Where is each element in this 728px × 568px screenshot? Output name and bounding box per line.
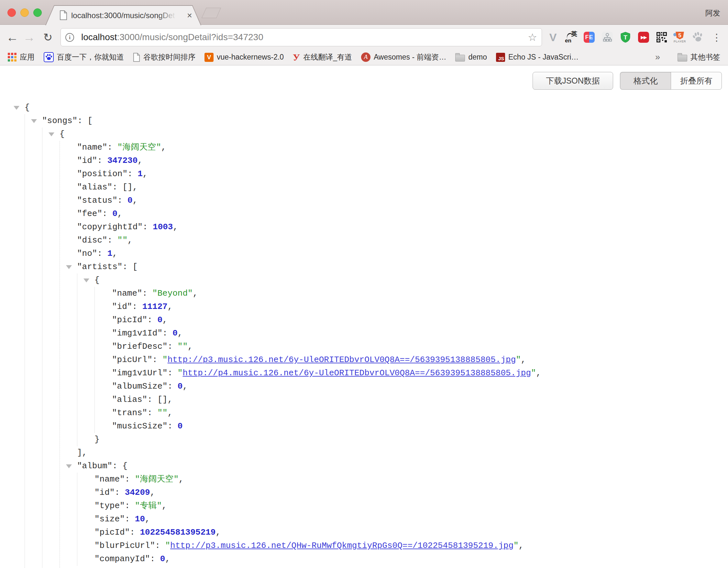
json-line: "alias": [], [112, 393, 728, 407]
site-info-icon[interactable]: i [65, 33, 74, 42]
json-number: 1 [107, 249, 113, 258]
json-punctuation: , [168, 395, 173, 405]
json-punctuation: [] [157, 395, 167, 405]
json-punctuation: , [173, 222, 178, 232]
collapse-arrow-icon[interactable] [31, 119, 37, 123]
json-punctuation: : [115, 488, 125, 497]
bookmark-demo-folder[interactable]: demo [455, 53, 487, 61]
json-punctuation: : [112, 182, 122, 192]
json-punctuation: : [127, 169, 138, 179]
json-line: } [77, 566, 728, 568]
url-bar[interactable]: i localhost:3000/music/songDetail?ids=34… [61, 28, 542, 46]
paw-extension-icon[interactable] [691, 31, 704, 44]
bookmark-vue-hackernews[interactable]: V vue-hackernews-2.0 [204, 53, 284, 62]
json-punctuation: { [60, 129, 65, 139]
bookmark-star-icon[interactable]: ☆ [528, 31, 537, 43]
new-tab-button[interactable] [202, 8, 221, 18]
bookmark-google-sort[interactable]: 谷歌按时间排序 [133, 52, 195, 62]
browser-window: localhost:3000/music/songDet × 阿发 ← → ↻ … [0, 0, 728, 568]
json-line: "album": { [77, 460, 728, 473]
minimize-window-button[interactable] [20, 8, 29, 17]
shield-T-extension-icon[interactable]: T [620, 32, 631, 43]
json-punctuation: : [102, 209, 112, 218]
json-punctuation: : [125, 501, 135, 511]
reload-button[interactable]: ↻ [39, 25, 56, 49]
close-window-button[interactable] [7, 8, 16, 17]
json-punctuation: : [168, 342, 178, 351]
json-punctuation: : [107, 235, 117, 245]
json-children: {"name": "Beyond","id": 11127,"picId": 0… [77, 273, 728, 446]
json-punctuation: : [122, 262, 132, 272]
bookmark-label: 其他书签 [690, 52, 720, 62]
translate-extension-icon[interactable]: 英 en [566, 32, 577, 43]
fe-helper-icon[interactable]: FE [584, 32, 595, 43]
collapse-arrow-icon[interactable] [49, 132, 54, 136]
collapse-arrow-icon[interactable] [83, 278, 89, 282]
json-number: 11127 [142, 302, 168, 312]
bookmark-awesomes[interactable]: A Awesomes - 前端资… [361, 52, 447, 62]
collapse-arrow-icon[interactable] [66, 265, 72, 269]
json-punctuation: { [25, 103, 30, 112]
profile-name[interactable]: 阿发 [705, 8, 720, 18]
json-key: "name" [112, 289, 142, 298]
bookmark-apps[interactable]: 应用 [8, 52, 35, 62]
json-punctuation: , [215, 528, 221, 537]
json-punctuation: , [162, 315, 168, 325]
json-punctuation: , [117, 209, 123, 218]
bookmark-echojs[interactable]: JS Echo JS - JavaScri… [496, 53, 579, 62]
json-punctuation: , [536, 368, 541, 378]
json-string: " [162, 355, 168, 365]
format-button[interactable]: 格式化 [620, 72, 671, 90]
json-number: 34209 [125, 488, 150, 497]
json-punctuation: : [147, 395, 157, 405]
forward-button: → [21, 25, 38, 49]
json-key: "alias" [112, 395, 147, 405]
download-json-button[interactable]: 下载JSON数据 [533, 72, 613, 90]
json-punctuation: ], [77, 448, 87, 458]
json-string: " [513, 541, 519, 551]
json-line: "size": 10, [94, 513, 728, 526]
json-key: "img1v1Id" [112, 329, 162, 338]
json-number: 1003 [153, 222, 173, 232]
other-bookmarks[interactable]: 其他书签 [678, 52, 720, 62]
json-string: " [531, 368, 536, 378]
json-line: "no": 1, [77, 247, 728, 260]
collapse-all-button[interactable]: 折叠所有 [671, 72, 722, 90]
json-punctuation: , [138, 156, 143, 165]
json-line: { [25, 101, 728, 114]
json-punctuation: , [519, 541, 524, 551]
html5-player-extension-icon[interactable]: 5 PLAYER [674, 32, 685, 43]
bookmark-label: Echo JS - JavaScri… [508, 53, 579, 61]
browser-menu-icon[interactable]: ⋮ [712, 25, 721, 49]
json-punctuation: , [150, 488, 155, 497]
zoom-window-button[interactable] [33, 8, 42, 17]
json-number: 10 [135, 514, 145, 524]
bookmark-baidu[interactable]: 百度一下，你就知道 [44, 52, 124, 62]
json-punctuation: , [162, 501, 167, 511]
active-tab[interactable]: localhost:3000/music/songDet × [46, 6, 201, 25]
json-string: "" [117, 235, 127, 245]
baidu-paw-icon [44, 52, 54, 62]
json-line: "disc": "", [77, 234, 728, 247]
qr-code-extension-icon[interactable] [656, 32, 667, 43]
org-chart-extension-icon[interactable] [602, 32, 613, 43]
json-link[interactable]: http://p4.music.126.net/6y-UleORITEDbvrO… [182, 368, 531, 378]
collapse-arrow-icon[interactable] [66, 464, 72, 468]
json-punctuation: : [147, 408, 157, 418]
youdao-icon: У [293, 53, 300, 61]
tab-close-icon[interactable]: × [184, 10, 195, 21]
json-line: "alias": [], [77, 181, 728, 194]
json-link[interactable]: http://p3.music.126.net/6y-UleORITEDbvrO… [168, 355, 516, 365]
json-punctuation: , [133, 195, 138, 205]
fast-forward-extension-icon[interactable]: ▶▶ [638, 32, 649, 43]
url-host: localhost [81, 32, 117, 42]
back-button[interactable]: ← [4, 25, 21, 49]
bookmark-youdao[interactable]: У 在线翻译_有道 [293, 52, 352, 62]
json-punctuation: , [178, 329, 183, 338]
bookmarks-overflow-chevron[interactable]: » [655, 52, 660, 62]
json-link[interactable]: http://p3.music.126.net/QHw-RuMwfQkmgtiy… [170, 541, 513, 551]
vue-devtools-icon[interactable]: V [547, 32, 558, 43]
collapse-arrow-icon[interactable] [14, 106, 19, 110]
json-punctuation: : [97, 249, 107, 258]
json-string: " [516, 355, 521, 365]
